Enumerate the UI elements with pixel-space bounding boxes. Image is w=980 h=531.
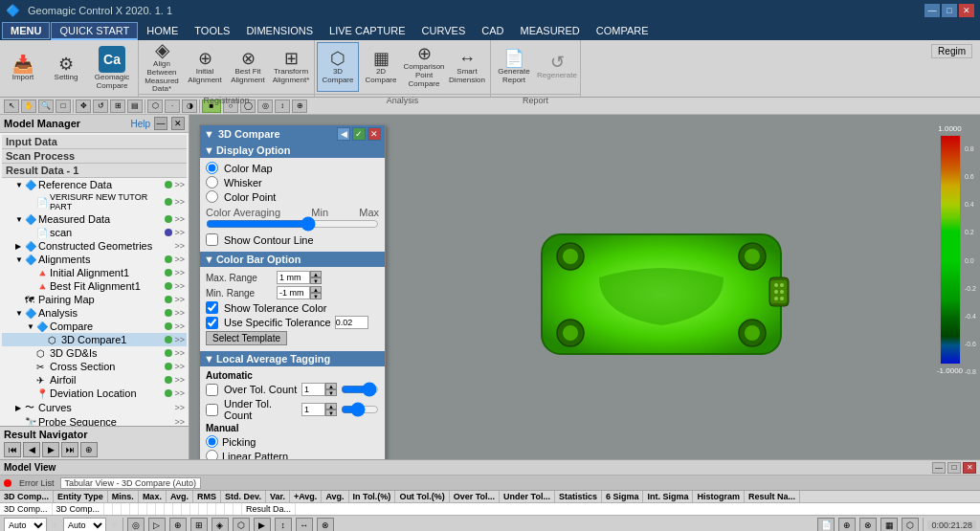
panel-minimize-btn[interactable]: — — [154, 117, 167, 130]
use-specific-tolerance-checkbox[interactable] — [206, 317, 218, 329]
colorpoint-radio[interactable] — [206, 190, 218, 203]
status-icon-btn-7[interactable]: ▶ — [254, 518, 271, 532]
tree-initial-alignment[interactable]: 🔺 Initial Alignment1 >> — [2, 266, 187, 279]
menu-item-curves[interactable]: CURVES — [414, 23, 474, 38]
close-button[interactable]: ✕ — [959, 4, 974, 17]
align-between-button[interactable]: ◈ Align Between Measured Data* — [141, 42, 183, 92]
max-range-input[interactable] — [277, 271, 310, 284]
dialog-back-btn[interactable]: ◀ — [337, 127, 350, 141]
tree-probe-sequence[interactable]: 🔭 Probe Sequence >> — [2, 415, 187, 426]
specific-tolerance-input[interactable] — [335, 316, 368, 329]
import-button[interactable]: 📥 Import — [2, 44, 44, 94]
setting-button[interactable]: ⚙ Setting — [45, 44, 87, 94]
vp-cursor-btn[interactable]: ↖ — [4, 100, 19, 113]
max-range-down-btn[interactable]: ▼ — [310, 277, 322, 284]
dialog-check-btn[interactable]: ✓ — [352, 127, 366, 141]
status-icon-btn-3[interactable]: ⊕ — [169, 518, 187, 532]
vp-rotate-btn[interactable]: ↺ — [93, 100, 108, 113]
over-tol-input[interactable] — [301, 383, 325, 396]
model-view-minimize-btn[interactable]: — — [932, 462, 946, 474]
mode-select-1[interactable]: Auto — [4, 518, 47, 532]
menu-item-tools[interactable]: TOOLS — [187, 23, 237, 38]
status-icon-btn-5[interactable]: ◈ — [212, 518, 229, 532]
tree-reference-data[interactable]: ▼ 🔷 Reference Data >> — [2, 178, 187, 191]
status-right-btn-3[interactable]: ⊗ — [859, 518, 877, 532]
status-icon-btn-10[interactable]: ⊗ — [317, 518, 334, 532]
status-right-btn-2[interactable]: ⊕ — [838, 518, 856, 532]
tree-scan[interactable]: 📄 scan >> — [2, 226, 187, 239]
whisker-radio[interactable] — [206, 176, 218, 188]
minimize-button[interactable]: — — [924, 4, 940, 17]
tree-compare[interactable]: ▼ 🔷 Compare >> — [2, 320, 187, 333]
menu-item-livecapture[interactable]: LIVE CAPTURE — [322, 23, 412, 38]
panel-close-btn[interactable]: ✕ — [171, 117, 185, 130]
tree-bestfit-alignment[interactable]: 🔺 Best Fit Alignment1 >> — [2, 279, 187, 293]
model-view-restore-btn[interactable]: □ — [947, 462, 961, 474]
tree-constructed-geometries[interactable]: ▶ 🔷 Constructed Geometries >> — [2, 239, 187, 253]
min-range-input[interactable] — [277, 286, 310, 299]
status-icon-btn-4[interactable]: ⊞ — [190, 518, 208, 532]
vp-hand-btn[interactable]: ✋ — [21, 100, 36, 113]
2d-compare-button[interactable]: ▦ 2D Compare — [360, 42, 402, 92]
status-icon-btn-6[interactable]: ⬡ — [233, 518, 250, 532]
nav-add-btn[interactable]: ⊕ — [80, 442, 98, 457]
tree-verisurf[interactable]: 📄 VERISURF NEW TUTOR PART >> — [2, 191, 187, 212]
tree-deviation-location[interactable]: 📍 Deviation Location >> — [2, 387, 187, 400]
under-tol-up-btn[interactable]: ▲ — [325, 403, 337, 409]
menu-item-menu[interactable]: MENU — [2, 22, 50, 39]
linear-pattern-radio[interactable] — [206, 450, 218, 459]
menu-item-quickstart[interactable]: QUICK START — [51, 22, 138, 40]
maximize-button[interactable]: □ — [942, 4, 957, 17]
colormap-radio[interactable] — [206, 162, 218, 174]
auto-checkbox[interactable] — [206, 384, 218, 396]
min-range-up-btn[interactable]: ▲ — [310, 286, 322, 293]
select-template-button[interactable]: Select Template — [206, 331, 287, 345]
max-range-up-btn[interactable]: ▲ — [310, 271, 322, 277]
nav-next-btn[interactable]: ▶ — [42, 442, 59, 457]
picking-radio[interactable] — [206, 435, 218, 448]
nav-first-btn[interactable]: ⏮ — [4, 442, 21, 457]
tree-curves[interactable]: ▶ 〜 Curves >> — [2, 400, 187, 415]
nav-last-btn[interactable]: ⏭ — [61, 442, 78, 457]
initial-alignment-button[interactable]: ⊕ Initial Alignment — [184, 42, 226, 92]
over-tol-up-btn[interactable]: ▲ — [325, 383, 337, 389]
tree-measured-data[interactable]: ▼ 🔷 Measured Data >> — [2, 212, 187, 226]
best-fit-alignment-button[interactable]: ⊗ Best Fit Alignment — [227, 42, 269, 92]
vp-zoom-btn[interactable]: 🔍 — [38, 100, 54, 113]
generate-report-button[interactable]: 📄 Generate Report — [493, 42, 535, 92]
color-averaging-slider[interactable] — [206, 218, 379, 230]
tree-3dcompare1[interactable]: ⬡ 3D Compare1 >> — [2, 333, 187, 346]
smart-dimension-button[interactable]: ↔ Smart Dimension — [446, 42, 488, 92]
vp-pan-btn[interactable]: ✥ — [76, 100, 91, 113]
3d-compare-button[interactable]: ⬡ 3D Compare — [317, 42, 359, 92]
nav-prev-btn[interactable]: ◀ — [23, 442, 40, 457]
menu-item-compare[interactable]: COMPARE — [589, 23, 657, 38]
menu-item-dimensions[interactable]: DIMENSIONS — [238, 23, 321, 38]
over-tol-slider[interactable] — [341, 384, 379, 395]
status-right-btn-4[interactable]: ▦ — [880, 518, 898, 532]
show-contour-checkbox[interactable] — [206, 233, 218, 246]
tree-cross-section[interactable]: ✂ Cross Section >> — [2, 360, 187, 373]
menu-item-cad[interactable]: CAD — [474, 23, 511, 38]
regenerate-button[interactable]: ↺ Regenerate — [536, 42, 578, 92]
comparison-point-button[interactable]: ⊕ Comparison Point Compare — [403, 42, 445, 92]
geomagic-compare-button[interactable]: Ca Geomagic Compare — [88, 44, 136, 94]
under-tol-input[interactable] — [301, 403, 325, 416]
menu-item-home[interactable]: HOME — [139, 23, 186, 38]
status-right-btn-1[interactable]: 📄 — [817, 518, 835, 532]
show-tolerance-color-checkbox[interactable] — [206, 301, 218, 314]
dialog-x-btn[interactable]: ✕ — [368, 127, 381, 141]
error-list-tab[interactable]: Error List — [15, 478, 58, 488]
min-range-down-btn[interactable]: ▼ — [310, 293, 322, 299]
menu-item-measured[interactable]: MEASURED — [512, 23, 587, 38]
status-icon-btn-1[interactable]: ◎ — [127, 518, 145, 532]
status-icon-btn-9[interactable]: ↔ — [296, 518, 313, 532]
mode-select-2[interactable]: Auto — [63, 518, 106, 532]
tree-pairing-map[interactable]: 🗺 Pairing Map >> — [2, 293, 187, 306]
model-view-close-btn[interactable]: ✕ — [963, 462, 976, 474]
status-right-btn-5[interactable]: ⬡ — [902, 518, 919, 532]
under-tol-slider[interactable] — [341, 404, 379, 415]
under-tol-checkbox[interactable] — [206, 404, 218, 416]
tree-3dgdis[interactable]: ⬡ 3D GD&Is >> — [2, 346, 187, 360]
status-icon-btn-8[interactable]: ↕ — [275, 518, 292, 532]
